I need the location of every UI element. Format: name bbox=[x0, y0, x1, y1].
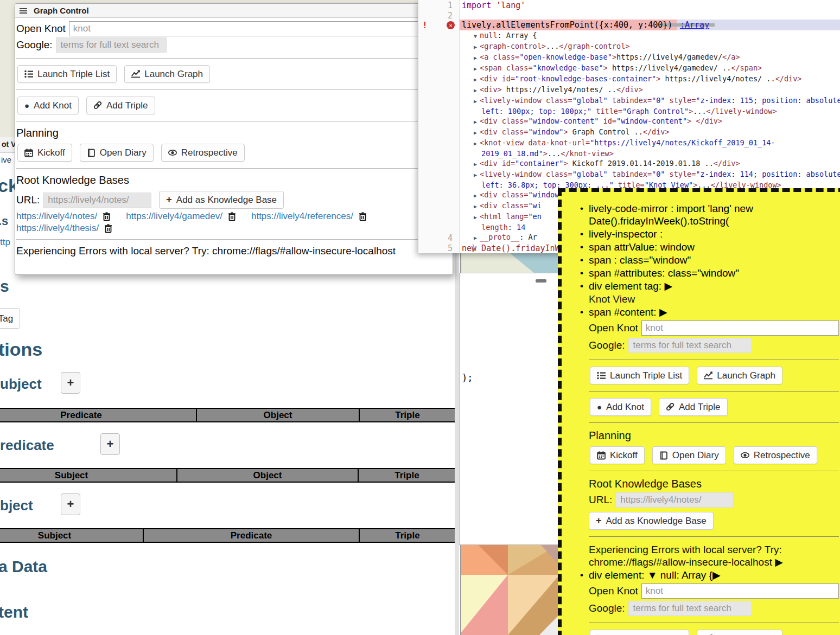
column-header: Triple bbox=[360, 409, 455, 421]
launch-graph-button[interactable]: Launch Graph bbox=[697, 630, 782, 635]
add-predicate-button[interactable]: + bbox=[100, 433, 120, 455]
plus-icon: + bbox=[67, 497, 74, 511]
google-search-input[interactable] bbox=[628, 338, 752, 353]
add-knot-button[interactable]: ● Add Knot bbox=[17, 97, 79, 114]
launch-graph-button[interactable]: Launch Graph bbox=[697, 367, 782, 384]
line-number: 4 bbox=[431, 233, 453, 243]
launch-triple-list-button[interactable]: Launch Triple List bbox=[17, 65, 117, 83]
inspector-dom-node[interactable]: ▶<div id="root-knowledge-bases-container… bbox=[466, 74, 840, 85]
launch-graph-label: Launch Graph bbox=[144, 68, 203, 80]
add-triple-button[interactable]: Add Triple bbox=[659, 398, 728, 416]
retrospective-button[interactable]: Retrospective bbox=[161, 144, 245, 162]
expand-arrow-icon[interactable]: ▶ bbox=[474, 161, 477, 167]
array-annotation-link[interactable]: :Array bbox=[680, 20, 709, 30]
open-knot-input[interactable] bbox=[69, 21, 451, 36]
add-tag-label: d Tag bbox=[0, 313, 13, 324]
code-line-3: lively.allElementsFromPoint({x:400, y:40… bbox=[462, 20, 672, 30]
add-knowledge-base-button[interactable]: + Add as Knowledge Base bbox=[589, 512, 714, 530]
column-header: Object bbox=[177, 469, 359, 482]
expand-arrow-icon[interactable]: ▶ bbox=[474, 44, 477, 50]
eye-icon bbox=[741, 451, 749, 459]
expand-arrow-icon[interactable]: ▶ bbox=[474, 140, 477, 146]
launch-triple-list-button[interactable]: Launch Triple List bbox=[590, 367, 689, 384]
inspector-dom-node[interactable]: ▶<div id="container"> Kickoff 2019.01.14… bbox=[466, 158, 840, 169]
expand-arrow-icon[interactable]: ▶ bbox=[474, 214, 477, 220]
inspector-dom-node[interactable]: ▶<lively-window class="global" tabindex=… bbox=[466, 95, 840, 116]
kickoff-button[interactable]: Kickoff bbox=[590, 446, 645, 464]
launch-graph-button[interactable]: Launch Graph bbox=[124, 65, 210, 83]
inspector-dom-node[interactable]: ▶<span class="knowledge-base"> https://l… bbox=[466, 63, 840, 74]
inspector-dom-node[interactable]: ▶<a class="open-knowledge-base">https://… bbox=[466, 52, 840, 63]
expand-arrow-icon[interactable]: ▶ bbox=[474, 66, 477, 72]
line-number: 5 bbox=[431, 243, 453, 253]
expand-arrow-icon[interactable]: ▶ bbox=[474, 76, 477, 82]
menu-icon[interactable] bbox=[20, 7, 27, 15]
url-input[interactable] bbox=[615, 492, 734, 508]
link-icon bbox=[666, 403, 674, 411]
google-search-input[interactable] bbox=[628, 601, 752, 616]
inspector-dom-node[interactable]: ▶<div> https://lively4/notes/ ..</div> bbox=[466, 85, 840, 95]
add-tag-button[interactable]: d Tag bbox=[0, 308, 20, 329]
error-icon[interactable]: ✕ bbox=[447, 21, 455, 29]
calendar-icon bbox=[597, 451, 606, 460]
open-knot-label: Open Knot bbox=[589, 585, 638, 597]
plus-icon: + bbox=[67, 376, 74, 390]
expand-arrow-icon[interactable]: ▶ bbox=[474, 119, 477, 125]
add-triple-button[interactable]: Add Triple bbox=[86, 97, 155, 114]
expand-arrow-icon[interactable]: ▶ bbox=[474, 193, 477, 198]
inspector-dom-node[interactable]: ▶<div class="window-content" id="window-… bbox=[466, 116, 840, 127]
add-knowledge-base-label: Add as Knowledge Base bbox=[176, 194, 277, 206]
expand-arrow-icon[interactable]: ▶ bbox=[474, 87, 477, 93]
knot-view-link-fragment[interactable]: ttp bbox=[0, 237, 10, 248]
add-knowledge-base-label: Add as Knowledge Base bbox=[606, 515, 707, 527]
add-knowledge-base-button[interactable]: + Add as Knowledge Base bbox=[159, 191, 284, 209]
content-heading-fragment: tent bbox=[0, 603, 28, 621]
knowledge-base-link[interactable]: https://lively4/notes/ bbox=[16, 211, 97, 222]
open-knot-input[interactable] bbox=[641, 320, 839, 336]
minimize-icon[interactable] bbox=[536, 279, 546, 283]
knowledge-base-link[interactable]: https://lively4/thesis/ bbox=[16, 223, 99, 234]
knot-view-title-fragment: ot V bbox=[2, 140, 16, 149]
inspector-dom-node[interactable]: ▶<knot-view data-knot-url="https://livel… bbox=[466, 138, 840, 158]
graph-control-titlebar[interactable]: Graph Control bbox=[15, 4, 453, 18]
expand-arrow-icon[interactable]: ▶ bbox=[474, 130, 477, 136]
expand-arrow-icon[interactable]: ▶ bbox=[474, 98, 477, 104]
knowledge-base-link-item: https://lively4/references/ bbox=[251, 211, 367, 222]
open-diary-button[interactable]: Open Diary bbox=[652, 446, 726, 464]
expand-arrow-icon[interactable]: ▶ bbox=[474, 55, 477, 61]
kickoff-button[interactable]: Kickoff bbox=[17, 144, 72, 162]
retrospective-button[interactable]: Retrospective bbox=[734, 446, 817, 464]
add-object-button[interactable]: + bbox=[61, 493, 80, 515]
add-knot-button[interactable]: ● Add Knot bbox=[590, 398, 651, 416]
planning-heading: Planning bbox=[16, 127, 451, 139]
launch-graph-label: Launch Graph bbox=[717, 633, 775, 635]
trash-icon[interactable] bbox=[359, 212, 367, 221]
google-search-input[interactable] bbox=[56, 37, 167, 53]
trash-icon[interactable] bbox=[103, 212, 111, 221]
expand-arrow-icon[interactable]: ▶ bbox=[474, 172, 477, 178]
add-subject-button[interactable]: + bbox=[61, 372, 80, 394]
knowledge-base-link[interactable]: https://lively4/gamedev/ bbox=[126, 211, 222, 222]
inspector-root-line[interactable]: ▼null: Array { bbox=[466, 30, 840, 41]
expand-arrow-icon[interactable]: ▶ bbox=[474, 203, 477, 209]
embedded-graph-control-preview-2: Open Knot Google: Launch Triple List Lau… bbox=[589, 583, 839, 635]
trash-icon[interactable] bbox=[228, 212, 236, 221]
launch-triple-list-label: Launch Triple List bbox=[610, 370, 682, 381]
circle-icon: ● bbox=[24, 100, 29, 111]
open-knot-input[interactable] bbox=[641, 583, 839, 599]
inspector-dom-node[interactable]: ▶<div class="window"> Graph Control ..</… bbox=[466, 127, 840, 138]
line-number: 2 bbox=[431, 11, 453, 21]
meta-data-heading-fragment: a Data bbox=[0, 557, 47, 576]
open-diary-button[interactable]: Open Diary bbox=[80, 144, 154, 162]
column-header: Predicate bbox=[144, 529, 360, 542]
url-input[interactable] bbox=[43, 193, 151, 208]
inspector-dom-node[interactable]: ▶<graph-control>...</graph-control> bbox=[466, 41, 840, 52]
inspector-dom-node[interactable]: ▶<lively-window class="global" tabindex=… bbox=[466, 169, 840, 190]
knowledge-base-link-item: https://lively4/gamedev/ bbox=[126, 211, 236, 222]
annotation-item: •span attrValue: window bbox=[575, 241, 840, 253]
knowledge-base-link[interactable]: https://lively4/references/ bbox=[251, 211, 353, 222]
launch-triple-list-button[interactable]: Launch Triple List bbox=[590, 630, 689, 635]
trash-icon[interactable] bbox=[104, 224, 112, 233]
error-gutter-marker: ! bbox=[422, 20, 428, 30]
column-header: Object bbox=[197, 409, 360, 421]
